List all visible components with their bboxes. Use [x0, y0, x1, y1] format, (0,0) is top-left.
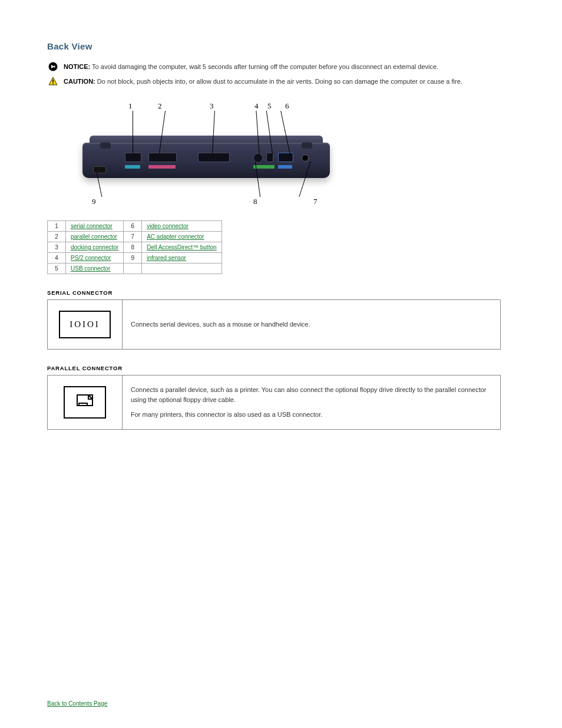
caution-text: Do not block, push objects into, or allo…: [97, 78, 462, 85]
parallel-connector-desc-2: For many printers, this connector is als…: [131, 410, 492, 420]
idx-link-ac[interactable]: AC adapter connector: [147, 233, 204, 240]
parallel-printer-icon: [64, 386, 106, 419]
notice-arrow-icon: [47, 62, 59, 71]
idx-num: 3: [48, 242, 66, 253]
parallel-connector-heading: PARALLEL CONNECTOR: [47, 365, 515, 371]
svg-rect-1: [54, 66, 55, 68]
serial-connector-table: IOIOI Connects serial devices, such as a…: [47, 299, 501, 350]
idx-num: 6: [124, 221, 142, 232]
idx-link-infrared[interactable]: infrared sensor: [147, 255, 186, 261]
port-infrared-icon: [93, 166, 106, 173]
notice-label: NOTICE:: [64, 63, 90, 70]
warning-triangle-icon: [47, 77, 59, 86]
svg-rect-2: [52, 80, 54, 83]
back-to-contents-link[interactable]: Back to Contents Page: [47, 700, 107, 707]
caution-label: CAUTION:: [64, 78, 95, 85]
section-heading: Back View: [47, 41, 515, 51]
callout-5: 5: [267, 101, 272, 111]
idx-link-video[interactable]: video connector: [147, 223, 189, 229]
idx-link-ps2[interactable]: PS/2 connector: [71, 255, 111, 261]
idx-num: 2: [48, 232, 66, 242]
serial-connector-heading: SERIAL CONNECTOR: [47, 289, 515, 296]
callout-index-table: 1 serial connector 6 video connector 2 p…: [47, 220, 222, 274]
idx-num: 7: [124, 232, 142, 242]
parallel-connector-desc-1: Connects a parallel device, such as a pr…: [131, 385, 492, 405]
port-serial-icon: [125, 153, 141, 162]
callout-3: 3: [210, 101, 214, 111]
idx-link-docking[interactable]: docking connector: [71, 244, 118, 251]
notice-row: NOTICE: To avoid damaging the computer, …: [47, 62, 515, 72]
idx-num: 9: [124, 253, 142, 263]
idx-num: 1: [48, 221, 66, 232]
callout-4: 4: [254, 101, 259, 111]
callout-2: 2: [158, 101, 162, 111]
callout-7: 7: [313, 197, 318, 206]
svg-rect-3: [52, 83, 54, 84]
port-video-icon: [278, 153, 293, 162]
notice-text: To avoid damaging the computer, wait 5 s…: [92, 63, 438, 70]
callout-9: 9: [92, 197, 96, 206]
callout-1: 1: [128, 101, 133, 111]
parallel-connector-table: Connects a parallel device, such as a pr…: [47, 375, 501, 430]
idx-link-parallel[interactable]: parallel connector: [71, 233, 117, 240]
port-docking-icon: [198, 153, 230, 162]
port-parallel-icon: [148, 153, 177, 162]
port-power-icon: [302, 154, 309, 162]
idx-num: 5: [48, 263, 66, 274]
idx-link-usb[interactable]: USB connector: [71, 265, 110, 272]
idx-link-accessdirect[interactable]: Dell AccessDirect™ button: [147, 244, 216, 251]
callout-8: 8: [253, 197, 257, 206]
serial-ioioi-icon: IOIOI: [59, 311, 111, 338]
laptop-back-figure: 1 2 3 4 5 6 7 8 9: [47, 97, 324, 215]
svg-rect-5: [79, 403, 87, 406]
idx-num: 8: [124, 242, 142, 253]
callout-6: 6: [285, 101, 289, 111]
idx-link-serial[interactable]: serial connector: [71, 223, 113, 229]
serial-connector-desc: Connects serial devices, such as a mouse…: [123, 300, 501, 350]
caution-row: CAUTION: Do not block, push objects into…: [47, 77, 515, 87]
idx-num: 4: [48, 253, 66, 263]
